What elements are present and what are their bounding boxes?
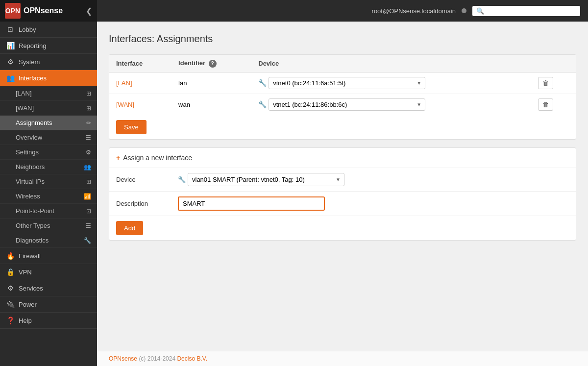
topbar: root@OPNsense.localdomain 🔍 <box>97 0 588 22</box>
footer-link[interactable]: Deciso B.V. <box>177 355 207 362</box>
logo-area: OPN OPNsense <box>5 3 63 19</box>
wan-sub-icon: ⊞ <box>86 105 91 112</box>
sidebar-label-point-to-point: Point-to-Point <box>16 207 82 215</box>
sidebar-item-overview[interactable]: Overview ☰ <box>0 130 97 145</box>
search-icon: 🔍 <box>476 7 484 15</box>
device-row: Device 🔧 vlan01 SMART (Parent: vtnet0, T… <box>109 168 576 192</box>
sidebar-item-assignments[interactable]: Assignments ✏ <box>0 116 97 130</box>
description-input[interactable] <box>178 196 325 211</box>
sidebar-label-wireless: Wireless <box>16 193 80 200</box>
sidebar-item-lobby[interactable]: ⊡ Lobby <box>0 22 97 38</box>
diagnostics-sub-icon: 🔧 <box>84 237 91 244</box>
sidebar-item-firewall[interactable]: 🔥 Firewall <box>0 248 97 264</box>
add-button[interactable]: Add <box>116 221 143 235</box>
interfaces-icon: 👥 <box>6 74 15 82</box>
sidebar-item-vpn[interactable]: 🔒 VPN <box>0 264 97 280</box>
lobby-icon: ⊡ <box>6 25 15 33</box>
identifier-help-icon[interactable]: ? <box>209 60 217 68</box>
sidebar-item-wireless[interactable]: Wireless 📶 <box>0 189 97 204</box>
new-device-icon: 🔧 <box>178 176 186 183</box>
assign-section-title: + Assign a new interface <box>109 148 576 168</box>
sidebar-item-system[interactable]: ⚙ System <box>0 54 97 70</box>
wireless-sub-icon: 📶 <box>84 193 91 200</box>
ptp-sub-icon: ⊡ <box>86 208 91 215</box>
sidebar-label-firewall: Firewall <box>19 252 91 260</box>
firewall-icon: 🔥 <box>6 252 15 260</box>
sidebar-item-point-to-point[interactable]: Point-to-Point ⊡ <box>0 204 97 219</box>
col-interface: Interface <box>109 55 172 72</box>
sidebar-item-settings[interactable]: Settings ⚙ <box>0 145 97 160</box>
description-control <box>178 196 569 211</box>
sidebar-toggle-button[interactable]: ❮ <box>86 6 92 16</box>
sidebar-label-assignments: Assignments <box>16 119 82 126</box>
lan-interface-link[interactable]: [LAN] <box>116 79 132 87</box>
sidebar-label-lobby: Lobby <box>19 26 91 33</box>
col-device: Device <box>251 55 531 72</box>
assign-section-label: Assign a new interface <box>123 154 192 162</box>
delete-wan-button[interactable]: 🗑 <box>538 98 553 111</box>
sidebar-label-interfaces: Interfaces <box>19 74 91 82</box>
table-row: [LAN] lan 🔧 vtnet0 (bc:24:11:6a:51:5f) <box>109 72 576 94</box>
device-control: 🔧 vlan01 SMART (Parent: vtnet0, Tag: 10) <box>178 173 569 186</box>
sidebar-label-virtual-ips: Virtual IPs <box>16 178 82 185</box>
logo-icon: OPN <box>5 3 21 19</box>
sidebar-label-neighbors: Neighbors <box>16 163 80 171</box>
sidebar-label-overview: Overview <box>16 134 82 141</box>
sidebar-label-services: Services <box>19 285 91 292</box>
lan-sub-icon: ⊞ <box>86 90 91 97</box>
wan-interface-link[interactable]: [WAN] <box>116 101 134 108</box>
sidebar-item-power[interactable]: 🔌 Power <box>0 296 97 313</box>
footer-middle: (c) 2014-2024 <box>139 355 177 362</box>
sidebar-item-lan[interactable]: [LAN] ⊞ <box>0 86 97 101</box>
assignments-table: Interface Identifier ? Device <box>109 55 576 115</box>
sidebar-label-lan: [LAN] <box>16 90 82 97</box>
new-device-select-wrapper: vlan01 SMART (Parent: vtnet0, Tag: 10) <box>188 173 344 186</box>
sidebar-item-reporting[interactable]: 📊 Reporting <box>0 38 97 54</box>
wan-device-icon: 🔧 <box>258 100 267 108</box>
new-device-select[interactable]: vlan01 SMART (Parent: vtnet0, Tag: 10) <box>188 173 344 186</box>
description-label: Description <box>116 200 170 207</box>
iface-wan-actions: 🗑 <box>531 94 576 115</box>
save-button[interactable]: Save <box>116 120 147 134</box>
lan-device-select[interactable]: vtnet0 (bc:24:11:6a:51:5f) <box>269 77 425 89</box>
sidebar-label-power: Power <box>19 301 91 308</box>
sidebar-item-wan[interactable]: [WAN] ⊞ <box>0 101 97 116</box>
help-icon: ❓ <box>6 317 15 324</box>
sidebar-item-services[interactable]: ⚙ Services <box>0 280 97 296</box>
device-label: Device <box>116 176 170 183</box>
iface-lan-link[interactable]: [LAN] <box>109 72 172 94</box>
overview-sub-icon: ☰ <box>86 134 91 141</box>
sidebar-item-diagnostics[interactable]: Diagnostics 🔧 <box>0 233 97 248</box>
vpn-icon: 🔒 <box>6 268 15 276</box>
sidebar-item-neighbors[interactable]: Neighbors 👥 <box>0 160 97 174</box>
search-input[interactable] <box>487 7 576 15</box>
col-identifier: Identifier ? <box>172 55 251 72</box>
power-icon: 🔌 <box>6 300 15 308</box>
main-area: root@OPNsense.localdomain 🔍 Interfaces: … <box>97 0 588 366</box>
col-actions <box>531 55 576 72</box>
delete-lan-button[interactable]: 🗑 <box>538 77 553 89</box>
iface-wan-identifier: wan <box>172 94 251 115</box>
connection-status-indicator <box>462 8 466 13</box>
sidebar-item-other-types[interactable]: Other Types ☰ <box>0 219 97 233</box>
sidebar: OPN OPNsense ❮ ⊡ Lobby 📊 Reporting ⚙ Sys… <box>0 0 97 366</box>
assignments-card: Interface Identifier ? Device <box>109 54 576 140</box>
content-area: Interfaces: Assignments Interface Identi… <box>97 22 588 351</box>
system-icon: ⚙ <box>6 58 15 66</box>
assign-new-card: + Assign a new interface Device 🔧 vlan01… <box>109 147 576 241</box>
lan-device-select-wrapper: vtnet0 (bc:24:11:6a:51:5f) <box>269 77 425 89</box>
iface-wan-link[interactable]: [WAN] <box>109 94 172 115</box>
sidebar-item-interfaces[interactable]: 👥 Interfaces <box>0 70 97 86</box>
iface-lan-actions: 🗑 <box>531 72 576 94</box>
lan-device-icon: 🔧 <box>258 79 267 87</box>
assignments-table-wrap: Interface Identifier ? Device <box>109 55 576 139</box>
logo-text: OPNsense <box>24 6 63 15</box>
wan-device-select[interactable]: vtnet1 (bc:24:11:86:bb:6c) <box>269 98 425 111</box>
assignments-sub-icon: ✏ <box>86 120 91 126</box>
services-icon: ⚙ <box>6 284 15 292</box>
sidebar-item-virtual-ips[interactable]: Virtual IPs ⊞ <box>0 174 97 189</box>
footer: OPNsense (c) 2014-2024 Deciso B.V. <box>97 351 588 366</box>
sidebar-label-settings: Settings <box>16 148 82 156</box>
sidebar-item-help[interactable]: ❓ Help <box>0 313 97 329</box>
description-row: Description <box>109 192 576 216</box>
